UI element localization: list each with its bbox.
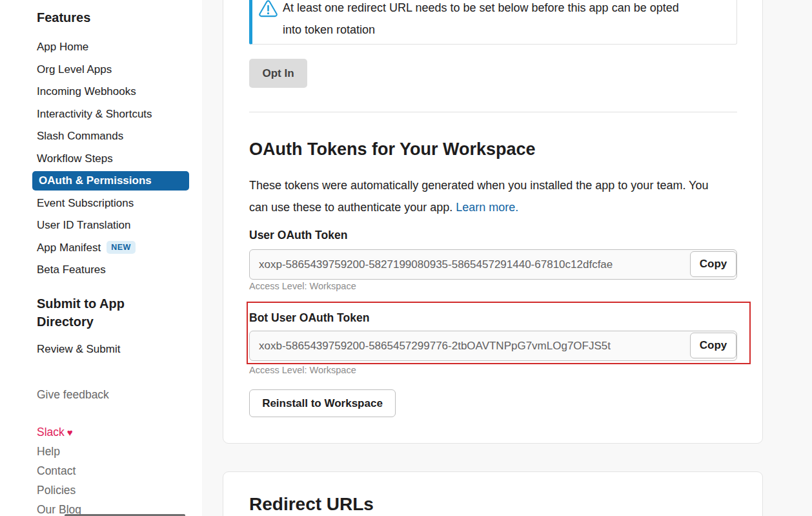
footer-link-contact[interactable]: Contact: [37, 461, 81, 480]
sidebar-item-event-subscriptions[interactable]: Event Subscriptions: [0, 192, 202, 215]
sidebar-item-beta-features[interactable]: Beta Features: [0, 259, 202, 282]
footer-link-slack[interactable]: Slack♥: [37, 422, 81, 442]
sidebar-item-interactivity-shortcuts[interactable]: Interactivity & Shortcuts: [0, 103, 202, 126]
user-oauth-token-input[interactable]: [249, 249, 737, 280]
learn-more-link[interactable]: Learn more.: [456, 201, 518, 214]
warning-triangle-icon: [259, 0, 278, 20]
sidebar-heading-features: Features: [37, 10, 90, 25]
sidebar: Features App Home Org Level Apps Incomin…: [0, 0, 202, 516]
oauth-tokens-card: At least one redirect URL needs to be se…: [223, 0, 763, 444]
sidebar-heading-submit-to-app-directory: Submit to App Directory: [37, 294, 147, 331]
bot-oauth-token-input[interactable]: [249, 331, 737, 361]
redirect-urls-title: Redirect URLs: [249, 494, 374, 515]
sidebar-item-workflow-steps[interactable]: Workflow Steps: [0, 148, 202, 170]
user-token-copy-button[interactable]: Copy: [690, 251, 736, 277]
bot-token-access-level: Access Level: Workspace: [249, 365, 356, 375]
oauth-tokens-title: OAuth Tokens for Your Workspace: [249, 139, 536, 160]
footer-link-help[interactable]: Help: [37, 442, 81, 461]
slack-api-app-page: Features App Home Org Level Apps Incomin…: [0, 0, 812, 516]
token-rotation-warning: At least one redirect URL needs to be se…: [249, 0, 737, 45]
sidebar-item-app-home[interactable]: App Home: [0, 36, 202, 59]
bot-token-copy-button[interactable]: Copy: [690, 333, 736, 358]
bot-oauth-token-label: Bot User OAuth Token: [249, 311, 369, 325]
redirect-urls-card: Redirect URLs: [223, 471, 763, 516]
sidebar-item-incoming-webhooks[interactable]: Incoming Webhooks: [0, 81, 202, 103]
sidebar-item-slash-commands[interactable]: Slash Commands: [0, 125, 202, 148]
section-divider: [249, 112, 737, 112]
sidebar-item-oauth-permissions[interactable]: OAuth & Permissions: [0, 170, 202, 192]
sidebar-footer: Slack♥ Help Contact Policies Our Blog: [37, 422, 81, 516]
sidebar-item-app-manifest[interactable]: App ManifestNEW: [0, 237, 202, 260]
warning-text: At least one redirect URL needs to be se…: [283, 0, 683, 41]
content-panel: At least one redirect URL needs to be se…: [202, 0, 812, 516]
sidebar-link-give-feedback[interactable]: Give feedback: [37, 388, 109, 402]
heart-icon: ♥: [67, 427, 73, 438]
opt-in-button[interactable]: Opt In: [249, 59, 307, 88]
sidebar-item-org-level-apps[interactable]: Org Level Apps: [0, 59, 202, 81]
sidebar-item-user-id-translation[interactable]: User ID Translation: [0, 214, 202, 237]
user-oauth-token-label: User OAuth Token: [249, 229, 347, 242]
sidebar-item-review-submit[interactable]: Review & Submit: [37, 343, 120, 356]
footer-link-policies[interactable]: Policies: [37, 480, 81, 500]
reinstall-to-workspace-button[interactable]: Reinstall to Workspace: [249, 389, 396, 417]
user-token-access-level: Access Level: Workspace: [249, 281, 356, 291]
sidebar-nav: App Home Org Level Apps Incoming Webhook…: [0, 36, 202, 282]
new-badge: NEW: [107, 241, 136, 254]
oauth-tokens-description: These tokens were automatically generate…: [249, 174, 711, 218]
